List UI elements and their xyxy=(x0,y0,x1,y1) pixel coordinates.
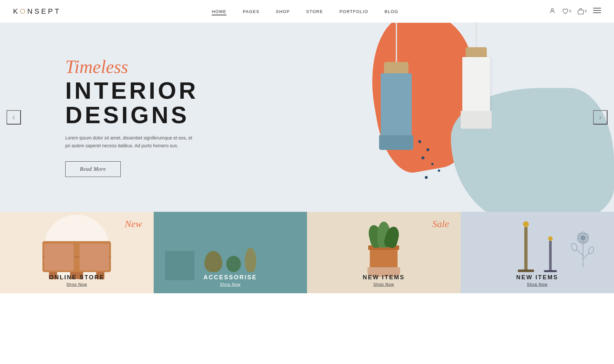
hero-prev-button[interactable]: ‹ xyxy=(7,110,21,124)
logo[interactable]: KONSEPT xyxy=(13,7,61,16)
card1-badge: New xyxy=(125,218,142,229)
card1-link[interactable]: Shop Now xyxy=(49,282,105,287)
card2-link[interactable]: Shop Now xyxy=(204,282,257,287)
nav-icons: 0 0 xyxy=(549,7,601,15)
card4-title: NEW ITEMS xyxy=(516,274,558,281)
hero-lamps-illustration xyxy=(346,23,575,212)
nav-item-store[interactable]: STORE xyxy=(306,8,323,14)
svg-point-0 xyxy=(551,8,554,11)
lamp2 xyxy=(461,23,492,129)
svg-point-11 xyxy=(570,242,578,252)
card2-title: ACCESSORISE xyxy=(204,274,257,281)
card3-link[interactable]: Shop Now xyxy=(363,282,405,287)
read-more-button[interactable]: Read More xyxy=(65,161,121,177)
svg-point-9 xyxy=(580,235,586,240)
card3-badge: Sale xyxy=(432,218,449,229)
product-card-accessorise[interactable]: ACCESSORISE Shop Now xyxy=(154,212,307,293)
hero-section: ‹ Timeless INTERIOR DESIGNS Lorem ipsum … xyxy=(0,23,614,212)
product-card-new-items-2[interactable]: NEW ITEMS Shop Now xyxy=(461,212,614,293)
hero-title: INTERIOR DESIGNS xyxy=(65,79,222,128)
nav-item-portfolio[interactable]: PORTFOLIO xyxy=(339,8,368,14)
hero-description: Lorem ipsum dolor sit amet, dissentiet s… xyxy=(65,134,196,150)
svg-line-12 xyxy=(583,253,590,259)
hamburger-icon[interactable] xyxy=(593,7,601,15)
hero-content: Timeless INTERIOR DESIGNS Lorem ipsum do… xyxy=(0,58,222,177)
card4-link[interactable]: Shop Now xyxy=(516,282,558,287)
hero-subtitle: Timeless xyxy=(65,58,222,76)
account-icon[interactable] xyxy=(549,7,556,15)
card1-title: ONLINE STORE xyxy=(49,274,105,281)
cart-count: 0 xyxy=(585,9,587,13)
lamp1 xyxy=(379,23,413,150)
wishlist-button[interactable]: 0 xyxy=(562,8,571,15)
card3-title: NEW ITEMS xyxy=(363,274,405,281)
product-card-new-items-1[interactable]: Sale NEW ITEMS Shop Now xyxy=(307,212,461,293)
svg-rect-1 xyxy=(578,10,584,14)
nav-item-pages[interactable]: PAGES xyxy=(243,8,259,14)
svg-line-10 xyxy=(576,249,583,256)
nav-item-home[interactable]: HOME xyxy=(212,8,226,14)
nav-item-shop[interactable]: SHOP xyxy=(276,8,290,14)
card3-content: NEW ITEMS Shop Now xyxy=(363,274,405,287)
product-grid: New ONLINE STORE Shop Now ACCESSORISE Sh… xyxy=(0,212,614,293)
product-card-online-store[interactable]: New ONLINE STORE Shop Now xyxy=(0,212,154,293)
card4-content: NEW ITEMS Shop Now xyxy=(516,274,558,287)
nav-links: HOME PAGES SHOP STORE PORTFOLIO BLOG xyxy=(212,8,398,14)
nav-item-blog[interactable]: BLOG xyxy=(385,8,398,14)
card2-content: ACCESSORISE Shop Now xyxy=(204,274,257,287)
card1-content: ONLINE STORE Shop Now xyxy=(49,274,105,287)
wishlist-count: 0 xyxy=(569,9,571,13)
navigation: KONSEPT HOME PAGES SHOP STORE PORTFOLIO … xyxy=(0,0,614,23)
hero-next-button[interactable]: › xyxy=(593,110,607,124)
cart-button[interactable]: 0 xyxy=(577,8,587,15)
